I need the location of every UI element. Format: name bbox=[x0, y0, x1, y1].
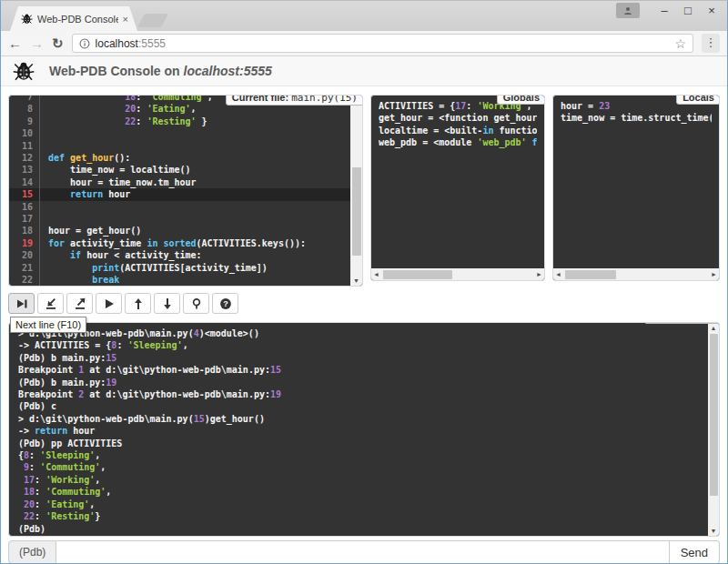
code-line: 13 time_now = localtime() bbox=[9, 164, 350, 176]
globals-panel: Globals ACTIVITIES = {17: 'Working', 18:… bbox=[370, 95, 545, 281]
map-marker-icon bbox=[190, 297, 203, 310]
step-into-icon bbox=[45, 297, 57, 310]
next-line-button[interactable] bbox=[8, 293, 35, 314]
bug-icon bbox=[13, 60, 35, 82]
output-line: 17: 'Working', bbox=[18, 474, 699, 486]
line-number[interactable]: 15 bbox=[9, 188, 40, 200]
play-icon bbox=[103, 297, 116, 310]
code-line: 16 bbox=[9, 201, 350, 213]
question-icon: ? bbox=[219, 297, 232, 310]
scroll-left-icon[interactable]: ◄ bbox=[553, 268, 563, 280]
scrollbar-thumb[interactable] bbox=[352, 167, 361, 255]
output-line: (Pdb) pp ACTIVITIES bbox=[18, 438, 699, 449]
scroll-up-icon[interactable]: ▲ bbox=[708, 323, 719, 333]
stack-down-button[interactable] bbox=[154, 293, 180, 314]
code-vertical-scrollbar[interactable]: ▼ bbox=[350, 96, 362, 286]
globals-variables: ACTIVITIES = {17: 'Working', 18: 'get_ho… bbox=[371, 96, 544, 268]
line-number[interactable]: 19 bbox=[9, 237, 40, 249]
code-text: print(ACTIVITIES[activity_time]) bbox=[40, 262, 350, 274]
line-number[interactable]: 8 bbox=[9, 103, 40, 115]
tab-close-icon[interactable]: × bbox=[123, 14, 128, 25]
address-bar[interactable]: localhost:5555 ☆ bbox=[72, 34, 693, 53]
line-number[interactable]: 20 bbox=[9, 249, 40, 261]
line-number[interactable]: 11 bbox=[9, 140, 40, 152]
continue-button[interactable] bbox=[96, 293, 122, 314]
code-text: hour = get_hour() bbox=[40, 225, 350, 237]
step-out-button[interactable] bbox=[66, 293, 93, 314]
code-text: return hour bbox=[40, 188, 350, 200]
maximize-button[interactable]: □ bbox=[676, 3, 700, 19]
code-text bbox=[40, 201, 350, 213]
line-number[interactable]: 7 bbox=[9, 95, 40, 103]
console-vertical-scrollbar[interactable]: ▲ ▼ bbox=[708, 323, 719, 536]
back-icon[interactable]: ← bbox=[8, 36, 22, 50]
browser-menu-icon[interactable]: ⋮ bbox=[702, 34, 720, 53]
step-into-button[interactable] bbox=[37, 293, 64, 314]
output-line: > d:\git\python-web-pdb\main.py(15)get_h… bbox=[18, 413, 699, 425]
close-button[interactable]: × bbox=[700, 3, 723, 19]
pdb-console-badge: PDB Console bbox=[644, 322, 720, 324]
step-out-icon bbox=[74, 297, 86, 310]
person-icon bbox=[622, 5, 633, 16]
scroll-down-icon[interactable]: ▼ bbox=[708, 526, 719, 536]
code-text: for activity_time in sorted(ACTIVITIES.k… bbox=[40, 237, 350, 249]
favicon-bug-icon bbox=[21, 13, 33, 25]
profile-button[interactable] bbox=[616, 3, 640, 18]
output-line: Breakpoint 2 at d:\git\python-web-pdb\ma… bbox=[18, 388, 699, 400]
code-text: def get_hour(): bbox=[40, 152, 350, 164]
browser-tab[interactable]: Web-PDB Console on lo × bbox=[10, 6, 137, 31]
scrollbar-thumb[interactable] bbox=[383, 270, 452, 279]
minimize-button[interactable]: – bbox=[652, 3, 676, 19]
command-input[interactable] bbox=[56, 540, 669, 564]
scroll-left-icon[interactable]: ◄ bbox=[371, 268, 381, 280]
output-line: web_pdb = <module 'web_pdb' from ' bbox=[379, 136, 537, 148]
locals-badge: Locals bbox=[676, 95, 720, 105]
line-number[interactable]: 10 bbox=[9, 127, 40, 139]
scroll-right-icon[interactable]: ► bbox=[709, 268, 719, 280]
output-line: get_hour = <function get_hour at 0 bbox=[379, 112, 537, 124]
page-header: Web-PDB Console on localhost:5555 bbox=[1, 56, 727, 86]
scrollbar-thumb[interactable] bbox=[710, 334, 718, 496]
line-number[interactable]: 16 bbox=[9, 201, 40, 213]
source-code: 7 18: 'Commuting',8 20: 'Eating',9 22: '… bbox=[9, 95, 350, 286]
arrow-down-icon bbox=[161, 297, 174, 310]
line-number[interactable]: 17 bbox=[9, 213, 40, 225]
output-line: {8: 'Sleeping', bbox=[18, 449, 699, 461]
console-output: > d:\git\python-web-pdb\main.py(4)<modul… bbox=[9, 323, 708, 536]
scroll-right-icon[interactable]: ► bbox=[534, 268, 544, 280]
line-number[interactable]: 12 bbox=[9, 152, 40, 164]
line-number[interactable]: 22 bbox=[9, 274, 40, 286]
code-line: 18hour = get_hour() bbox=[9, 225, 350, 237]
browser-titlebar: Web-PDB Console on lo × – □ × bbox=[1, 1, 727, 31]
reload-icon[interactable]: ↻ bbox=[52, 36, 64, 50]
new-tab-button[interactable] bbox=[137, 14, 168, 27]
tab-title: Web-PDB Console on lo bbox=[37, 14, 118, 25]
line-number[interactable]: 13 bbox=[9, 164, 40, 176]
scroll-down-icon[interactable]: ▼ bbox=[350, 276, 362, 286]
stack-up-button[interactable] bbox=[125, 293, 151, 314]
bookmark-star-icon[interactable]: ☆ bbox=[674, 37, 686, 50]
code-line: 17 bbox=[9, 213, 350, 225]
output-line: (Pdb) b main.py:15 bbox=[18, 352, 699, 364]
info-icon[interactable] bbox=[79, 38, 90, 49]
step-forward-icon bbox=[15, 297, 28, 310]
code-line: 22 break bbox=[9, 274, 350, 286]
line-number[interactable]: 18 bbox=[9, 225, 40, 237]
globals-horizontal-scrollbar[interactable]: ◄ ► bbox=[371, 268, 544, 280]
line-number[interactable]: 21 bbox=[9, 262, 40, 274]
output-line: -> return hour bbox=[18, 425, 699, 437]
line-number[interactable]: 9 bbox=[9, 116, 40, 127]
where-button[interactable] bbox=[183, 293, 209, 314]
page-title: Web-PDB Console on localhost:5555 bbox=[49, 64, 272, 78]
help-button[interactable]: ? bbox=[212, 293, 238, 314]
line-number[interactable]: 14 bbox=[9, 176, 40, 188]
output-line: 18: 'Commuting', bbox=[18, 486, 699, 498]
locals-horizontal-scrollbar[interactable]: ◄ ► bbox=[553, 268, 719, 280]
code-text: break bbox=[40, 274, 350, 286]
url-text: localhost:5555 bbox=[96, 37, 166, 50]
browser-toolbar: ← → ↻ localhost:5555 ☆ ⋮ bbox=[1, 31, 727, 56]
output-line: (Pdb) bbox=[18, 523, 699, 535]
send-button[interactable]: Send bbox=[670, 540, 720, 564]
scrollbar-thumb[interactable] bbox=[565, 270, 616, 279]
forward-icon: → bbox=[30, 36, 44, 50]
